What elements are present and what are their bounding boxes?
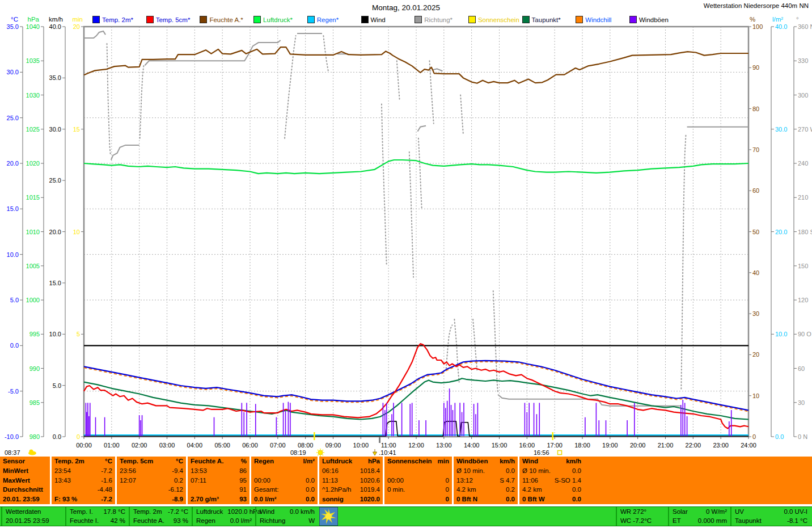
axis-label: 25.0 — [7, 115, 19, 121]
axis-label: 150 — [798, 263, 808, 269]
axis-label: 20.0 — [775, 229, 787, 235]
sensor-column-regen: Regenl/m²00:000.0Gesamt:0.00.0 l/m²0.0 — [249, 457, 318, 504]
table-row — [251, 466, 318, 476]
sensor-column-sonnenschein: Sonnenscheinmin00:0000 min.00 — [383, 457, 452, 504]
axis-label: 180 S — [798, 229, 812, 235]
table-row: 13:43-1.6 — [52, 476, 115, 485]
x-label: 11:00 — [381, 442, 396, 449]
x-label: 23:00 — [713, 442, 729, 449]
x-label: 02:00 — [132, 442, 147, 449]
status-row: Luftdruck1020.0 hPa — [196, 508, 252, 517]
axis-label: 0.0 — [53, 433, 61, 440]
status-section-wind: Wind0.0 km/hRichtungW — [255, 507, 318, 526]
x-label: 03:00 — [159, 442, 175, 449]
axis-label: 300 — [798, 92, 808, 99]
table-row: 0 min.0 — [384, 485, 452, 495]
series-richtung — [681, 134, 686, 389]
axis-label: 40 — [752, 269, 759, 276]
legend-item-windchill: Windchill — [576, 16, 611, 23]
axis-label: 1035 — [26, 57, 40, 64]
column-header: Feuchte A.% — [188, 457, 249, 466]
table-row-label: MaxWert — [0, 476, 50, 485]
axis-label: 90 — [752, 64, 759, 71]
sun-ray — [318, 450, 318, 450]
axis-label: 30.0 — [49, 126, 61, 133]
table-row: 0 Bft W0.0 — [519, 495, 584, 504]
axis-label: 10.0 — [775, 331, 787, 337]
table-row: -4.48 — [52, 485, 115, 495]
x-label: 06:00 — [242, 442, 258, 449]
table-row: 12:070.2 — [117, 476, 186, 485]
series-richtung — [397, 61, 400, 100]
x-label: 14:00 — [464, 442, 480, 449]
series-richtung — [111, 145, 139, 160]
time-marker-label: 16:56 — [534, 449, 549, 456]
status-row: WR 272° — [620, 508, 665, 517]
x-label: 01:00 — [104, 442, 120, 449]
table-row-label: MinWert — [0, 466, 50, 476]
table-row-label: Durchschnitt — [0, 485, 50, 495]
status-row: RichtungW — [260, 517, 315, 526]
series-richtung — [107, 44, 111, 155]
chart-legend: Temp. 2m*Temp. 5cm*Feuchte A.*Luftdruck*… — [0, 16, 812, 26]
sensor-statistics-table: SensorMinWertMaxWertDurchschnitt20.01. 2… — [0, 457, 812, 504]
station-name: Wetterstation Niedersorpe 440m NN — [704, 2, 809, 9]
series-richtung — [418, 138, 422, 209]
status-bar: Wetterdaten20.01.25 23:59Temp. I.17.8 °C… — [0, 506, 812, 526]
status-section-temp-i: Temp. I.17.8 °CFeuchte I.42 % — [65, 507, 129, 526]
axis-label: 1005 — [26, 263, 40, 269]
x-label: 18:00 — [574, 442, 590, 449]
series-richtung — [323, 36, 328, 72]
series-wind — [84, 421, 748, 436]
legend-item-taupunkt: Taupunkt* — [522, 16, 561, 23]
axis-label: 60 — [752, 187, 759, 194]
legend-label: Sonnenschein — [478, 16, 519, 23]
weather-app-window: { "header": { "title": "Montag, 20.01.20… — [0, 0, 812, 528]
table-row: 0 Bft N0.0 — [454, 495, 518, 504]
legend-item-windb-en: Windböen — [629, 16, 669, 23]
column-header: Sonnenscheinmin — [384, 457, 452, 466]
table-row: 06:161018.4 — [319, 466, 383, 476]
legend-swatch — [629, 16, 637, 23]
time-marker-label: 08:19 — [290, 449, 306, 456]
axis-label: 20.0 — [49, 229, 61, 235]
table-row: 11:06S-SO 1.4 — [519, 476, 584, 485]
sensor-column-temp-5cm: Temp. 5cm°C23:56-9.412:070.2-6.12-8.9 — [115, 457, 186, 504]
series-richtung — [84, 31, 105, 38]
axis-label: 270 W — [798, 126, 812, 133]
axis-label: 35.0 — [49, 74, 61, 81]
table-row: sonnig1020.0 — [319, 495, 383, 504]
x-label: 17:00 — [547, 442, 563, 449]
table-row: 23:54-7.2 — [52, 466, 115, 476]
table-row: 0 — [384, 495, 452, 504]
status-row: Feuchte A.93 % — [133, 517, 188, 526]
legend-item-richtung: Richtung* — [415, 16, 452, 23]
series-richtung — [454, 319, 459, 382]
series-richtung — [493, 291, 498, 394]
axis-label: 10 — [752, 392, 759, 399]
status-row: UV0.0 UV-I — [735, 508, 807, 517]
series-richtung — [460, 95, 463, 135]
axis-label: 20.0 — [7, 160, 19, 167]
x-label: 13:00 — [436, 442, 452, 449]
axis-label: 10.0 — [7, 251, 19, 258]
x-label: 08:00 — [298, 442, 314, 449]
sensor-column-feuchte-a: Feuchte A.%13:538607:1195912.70 g/m³93 — [186, 457, 249, 504]
axis-label: 30 — [752, 310, 759, 317]
table-row: -6.12 — [117, 485, 186, 495]
sensor-column-luftdruck: LuftdruckhPa06:161018.411:131020.6^1.2hP… — [318, 457, 383, 504]
status-row: WC -7.2°C — [620, 517, 665, 526]
x-label: 04:00 — [187, 442, 203, 449]
weather-chart: 35.030.025.020.015.010.05.00.0-5.0-10.0°… — [0, 0, 812, 457]
sun-ray — [318, 455, 318, 455]
status-section-solar: Solar0 W/m²ET0.000 mm — [668, 507, 730, 526]
axis-label: 60 — [798, 365, 805, 372]
table-row: 00:000 — [384, 476, 452, 485]
axis-label: 10.0 — [49, 331, 61, 337]
legend-swatch — [576, 16, 583, 23]
axis-label: 5 — [77, 331, 80, 337]
x-label: 12:00 — [408, 442, 424, 449]
table-row-label: Sensor — [0, 457, 50, 466]
square-icon — [558, 451, 562, 455]
sun-ray — [323, 455, 323, 455]
